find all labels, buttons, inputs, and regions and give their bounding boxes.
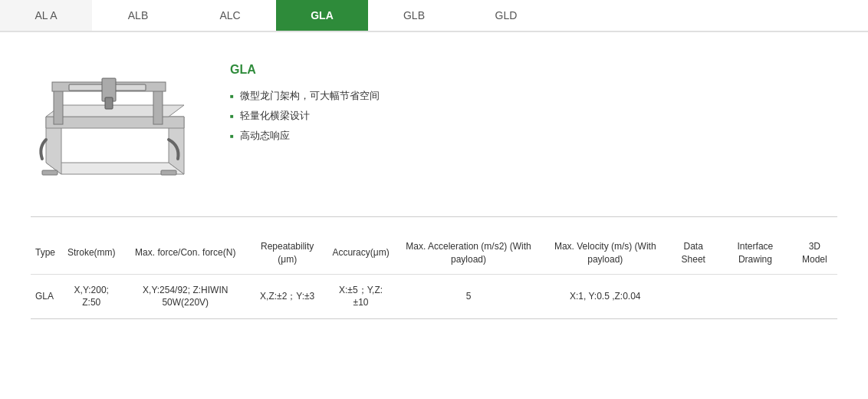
svg-rect-11 bbox=[42, 170, 58, 175]
svg-rect-10 bbox=[105, 97, 113, 109]
col-interface-drawing: Interface Drawing bbox=[718, 232, 792, 274]
feature-list: 微型龙门架构，可大幅节省空间 轻量化横梁设计 高动态响应 bbox=[230, 89, 380, 143]
cell-acceleration: 5 bbox=[395, 274, 542, 319]
cell-velocity: X:1, Y:0.5 ,Z:0.04 bbox=[542, 274, 668, 319]
cell-stroke: X,Y:200; Z:50 bbox=[60, 274, 123, 319]
tab-gla[interactable]: GLA bbox=[276, 0, 368, 31]
feature-item-3: 高动态响应 bbox=[230, 129, 380, 143]
tab-ala[interactable]: AL A bbox=[0, 0, 92, 31]
product-title: GLA bbox=[230, 63, 380, 77]
tab-glb[interactable]: GLB bbox=[368, 0, 460, 31]
svg-marker-4 bbox=[46, 105, 184, 117]
tab-gld[interactable]: GLD bbox=[460, 0, 552, 31]
tab-alc[interactable]: ALC bbox=[184, 0, 276, 31]
data-table: Type Stroke(mm) Max. force/Con. force(N)… bbox=[31, 232, 837, 319]
col-force: Max. force/Con. force(N) bbox=[123, 232, 248, 274]
cell-interface-drawing bbox=[718, 274, 792, 319]
table-row: GLA X,Y:200; Z:50 X,Y:254/92; Z:HIWIN 50… bbox=[31, 274, 837, 319]
cell-datasheet bbox=[668, 274, 718, 319]
col-stroke: Stroke(mm) bbox=[60, 232, 123, 274]
cell-type: GLA bbox=[31, 274, 60, 319]
svg-rect-12 bbox=[161, 170, 176, 175]
divider bbox=[31, 216, 837, 217]
col-accuracy: Accuracy(μm) bbox=[327, 232, 394, 274]
col-3d-model: 3D Model bbox=[792, 232, 837, 274]
col-repeatability: Repeatability (μm) bbox=[248, 232, 327, 274]
cell-3d-model bbox=[792, 274, 837, 319]
tab-bar: AL A ALB ALC GLA GLB GLD bbox=[0, 0, 868, 32]
col-velocity: Max. Velocity (m/s) (With payload) bbox=[542, 232, 668, 274]
product-image bbox=[31, 55, 199, 193]
col-datasheet: Data Sheet bbox=[668, 232, 718, 274]
content-area: GLA 微型龙门架构，可大幅节省空间 轻量化横梁设计 高动态响应 Type St… bbox=[0, 32, 868, 335]
product-details: GLA 微型龙门架构，可大幅节省空间 轻量化横梁设计 高动态响应 bbox=[230, 55, 380, 149]
table-header-row: Type Stroke(mm) Max. force/Con. force(N)… bbox=[31, 232, 837, 274]
product-section: GLA 微型龙门架构，可大幅节省空间 轻量化横梁设计 高动态响应 bbox=[31, 55, 837, 193]
col-type: Type bbox=[31, 232, 60, 274]
feature-item-1: 微型龙门架构，可大幅节省空间 bbox=[230, 89, 380, 103]
col-acceleration: Max. Acceleration (m/s2) (With payload) bbox=[395, 232, 542, 274]
svg-marker-3 bbox=[46, 117, 184, 128]
cell-force: X,Y:254/92; Z:HIWIN 50W(220V) bbox=[123, 274, 248, 319]
tab-alb[interactable]: ALB bbox=[92, 0, 184, 31]
cell-repeatability: X,Z:±2；Y:±3 bbox=[248, 274, 327, 319]
cell-accuracy: X:±5；Y,Z:±10 bbox=[327, 274, 394, 319]
feature-item-2: 轻量化横梁设计 bbox=[230, 109, 380, 123]
